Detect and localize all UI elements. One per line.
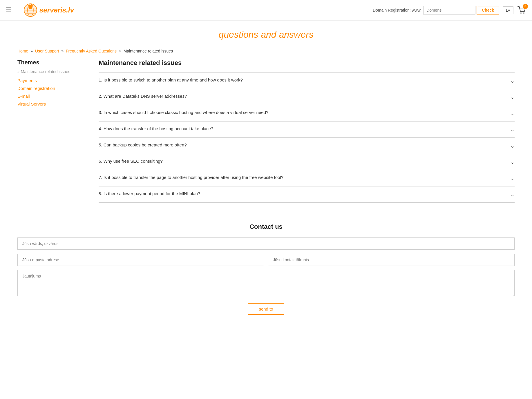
breadcrumb-current: Maintenance related issues (124, 49, 173, 53)
faq-item: 5. Can backup copies be created more oft… (99, 137, 515, 154)
contact-email-input[interactable] (17, 254, 264, 266)
main-content: Themes Maintenance related issues Paymen… (0, 59, 532, 214)
faq-question-text: 3. In which cases should I choose classi… (99, 110, 510, 115)
logo-link[interactable]: serveris.lv (23, 3, 74, 17)
chevron-down-icon: ⌄ (510, 159, 515, 165)
contact-name-input[interactable] (17, 237, 515, 250)
faq-question-text: 7. Is it possible to transfer the page t… (99, 175, 510, 180)
faq-question-text: 6. Why use free SEO consulting? (99, 159, 510, 164)
page-title: questions and answers (0, 29, 532, 40)
cart-icon[interactable]: 0 (517, 6, 526, 15)
breadcrumb-sep-1: » (30, 49, 33, 53)
language-button[interactable]: LV (503, 6, 513, 14)
faq-list: 1. Is it possible to switch to another p… (99, 72, 515, 203)
hamburger-icon[interactable]: ☰ (6, 6, 12, 14)
contact-title: Contact us (17, 223, 515, 231)
sidebar: Themes Maintenance related issues Paymen… (17, 59, 87, 203)
logo-suffix: .lv (66, 6, 74, 14)
domain-search-input[interactable] (423, 6, 475, 14)
faq-question-text: 1. Is it possible to switch to another p… (99, 77, 510, 82)
domain-registration-label: Domain Registration: www. (373, 8, 421, 12)
breadcrumb: Home » User Support » Frequently Asked Q… (0, 46, 532, 59)
logo-icon (23, 3, 38, 17)
logo-name: serveris (39, 6, 66, 14)
chevron-down-icon: ⌄ (510, 143, 515, 149)
contact-section: Contact us send to (0, 214, 532, 327)
chevron-down-icon: ⌄ (510, 175, 515, 182)
contact-form-row (17, 254, 515, 266)
sidebar-title: Themes (17, 59, 87, 66)
sidebar-current-item: Maintenance related issues (17, 69, 87, 74)
chevron-down-icon: ⌄ (510, 126, 515, 133)
faq-item: 4. How does the transfer of the hosting … (99, 121, 515, 137)
contact-form: send to (17, 237, 515, 315)
breadcrumb-sep-3: » (119, 49, 121, 53)
faq-question-1[interactable]: 1. Is it possible to switch to another p… (99, 77, 515, 84)
faq-question-2[interactable]: 2. What are Datateks DNS server addresse… (99, 94, 515, 100)
faq-question-text: 4. How does the transfer of the hosting … (99, 126, 510, 131)
faq-item: 6. Why use free SEO consulting? ⌄ (99, 154, 515, 170)
faq-section: Maintenance related issues 1. Is it poss… (99, 59, 515, 203)
contact-submit-wrap: send to (17, 303, 515, 315)
svg-point-8 (520, 12, 522, 14)
faq-question-6[interactable]: 6. Why use free SEO consulting? ⌄ (99, 159, 515, 165)
chevron-down-icon: ⌄ (510, 110, 515, 117)
breadcrumb-faq[interactable]: Frequently Asked Questions (66, 49, 117, 53)
svg-point-9 (523, 12, 524, 14)
sidebar-link-email[interactable]: E-mail (17, 94, 87, 99)
faq-item: 1. Is it possible to switch to another p… (99, 72, 515, 89)
sidebar-link-virtual-servers[interactable]: Virtual Servers (17, 101, 87, 106)
page-title-section: questions and answers (0, 21, 532, 46)
faq-question-4[interactable]: 4. How does the transfer of the hosting … (99, 126, 515, 133)
chevron-down-icon: ⌄ (510, 78, 515, 84)
breadcrumb-home[interactable]: Home (17, 49, 28, 53)
cart-badge: 0 (523, 4, 528, 9)
chevron-down-icon: ⌄ (510, 191, 515, 198)
header: ☰ serveris.lv Domain Registration: www. … (0, 0, 532, 21)
faq-question-text: 2. What are Datateks DNS server addresse… (99, 94, 510, 99)
contact-message-input[interactable] (17, 270, 515, 296)
logo-text: serveris.lv (39, 6, 74, 14)
chevron-down-icon: ⌄ (510, 94, 515, 100)
faq-item: 8. Is there a lower payment period for t… (99, 186, 515, 203)
sidebar-links: Payments Domain registration E-mail Virt… (17, 78, 87, 106)
faq-question-text: 5. Can backup copies be created more oft… (99, 142, 510, 147)
sidebar-link-domain[interactable]: Domain registration (17, 86, 87, 91)
faq-question-7[interactable]: 7. Is it possible to transfer the page t… (99, 175, 515, 182)
faq-question-5[interactable]: 5. Can backup copies be created more oft… (99, 142, 515, 149)
breadcrumb-user-support[interactable]: User Support (35, 49, 59, 53)
svg-point-6 (28, 5, 32, 9)
sidebar-link-payments[interactable]: Payments (17, 78, 87, 83)
faq-question-8[interactable]: 8. Is there a lower payment period for t… (99, 191, 515, 198)
contact-submit-button[interactable]: send to (248, 303, 284, 315)
breadcrumb-sep-2: » (61, 49, 64, 53)
faq-question-3[interactable]: 3. In which cases should I choose classi… (99, 110, 515, 117)
check-button[interactable]: Check (477, 6, 499, 14)
faq-section-title: Maintenance related issues (99, 59, 515, 67)
faq-question-text: 8. Is there a lower payment period for t… (99, 191, 510, 196)
faq-item: 2. What are Datateks DNS server addresse… (99, 89, 515, 105)
faq-item: 7. Is it possible to transfer the page t… (99, 170, 515, 186)
faq-item: 3. In which cases should I choose classi… (99, 105, 515, 121)
contact-phone-input[interactable] (268, 254, 515, 266)
